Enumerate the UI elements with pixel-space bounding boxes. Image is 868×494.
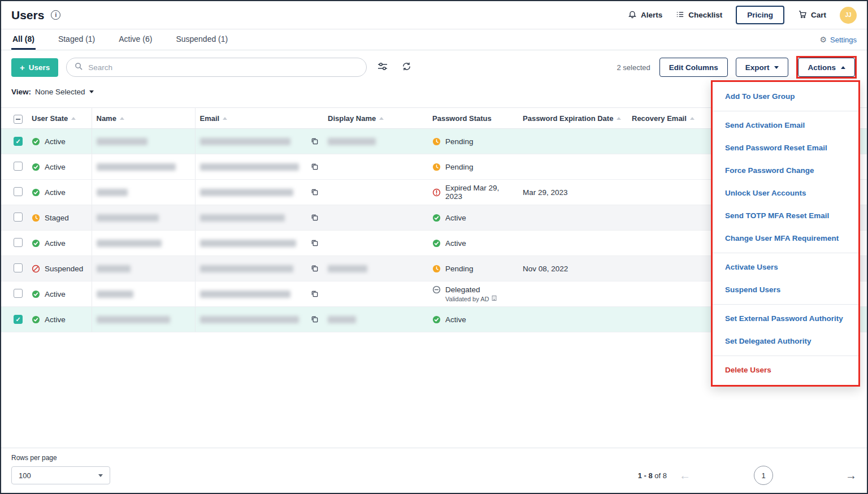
copy-icon[interactable]: [309, 288, 320, 300]
column-header-label: Name: [97, 114, 116, 123]
current-page-indicator[interactable]: 1: [754, 466, 773, 485]
add-users-button[interactable]: + Users: [11, 58, 58, 77]
redacted-email: [200, 240, 296, 247]
actions-menu-item[interactable]: Activate Users: [713, 256, 858, 279]
tab-all[interactable]: All (8): [11, 29, 36, 50]
actions-menu-item[interactable]: Send Password Reset Email: [713, 137, 858, 159]
redacted-name: [97, 291, 133, 298]
copy-icon[interactable]: [309, 212, 320, 223]
redacted-email: [200, 138, 290, 145]
actions-menu-item[interactable]: Set Delegated Authority: [713, 330, 858, 353]
rows-per-page-label: Rows per page: [11, 454, 857, 462]
chevron-down-icon: [98, 474, 103, 477]
active-state-icon: [32, 188, 40, 197]
refresh-icon: [402, 62, 411, 73]
column-header[interactable]: User State: [27, 108, 92, 129]
user-state-label: Active: [45, 315, 66, 324]
row-checkbox[interactable]: [14, 238, 23, 247]
row-checkbox[interactable]: [14, 137, 23, 146]
export-label: Export: [745, 63, 770, 72]
redacted-name: [97, 316, 170, 323]
rows-per-page-select[interactable]: 100: [11, 466, 110, 484]
row-checkbox[interactable]: [14, 289, 23, 298]
select-all-checkbox[interactable]: [14, 115, 23, 124]
row-checkbox[interactable]: [14, 213, 23, 222]
password-status-label: Active: [445, 239, 466, 248]
column-header[interactable]: Email: [195, 108, 304, 129]
checklist-button[interactable]: Checklist: [676, 10, 722, 20]
redacted-email: [200, 163, 299, 171]
actions-menu-item[interactable]: Send Activation Email: [713, 114, 858, 137]
column-header[interactable]: Name: [92, 108, 195, 129]
user-state-label: Suspended: [45, 265, 83, 273]
avatar[interactable]: JJ: [840, 7, 857, 24]
row-checkbox[interactable]: [14, 263, 23, 272]
info-icon[interactable]: i: [51, 10, 60, 20]
row-checkbox[interactable]: [14, 187, 23, 196]
next-page-button[interactable]: →: [845, 470, 857, 481]
active-state-icon: [32, 137, 40, 146]
refresh-button[interactable]: [398, 59, 414, 75]
redacted-email: [200, 265, 293, 272]
active-state-icon: [32, 315, 40, 324]
edit-columns-button[interactable]: Edit Columns: [659, 58, 728, 77]
filter-button[interactable]: [375, 59, 390, 75]
cart-button[interactable]: Cart: [798, 10, 826, 20]
tab-active[interactable]: Active (6): [118, 29, 153, 50]
export-button[interactable]: Export: [736, 58, 789, 77]
column-header-label: Recovery Email: [632, 114, 687, 123]
chevron-down-icon: [774, 66, 779, 69]
redacted-display-name: [328, 265, 367, 272]
actions-menu-item[interactable]: Add To User Group: [713, 85, 858, 108]
row-checkbox[interactable]: [14, 315, 23, 324]
column-header[interactable]: Password Status: [428, 108, 518, 129]
pricing-button[interactable]: Pricing: [736, 6, 784, 24]
password-status-label: Pending: [445, 265, 474, 273]
alerts-label: Alerts: [641, 11, 662, 19]
prev-page-button[interactable]: ←: [679, 470, 691, 481]
alerts-button[interactable]: Alerts: [628, 10, 662, 20]
user-state-label: Active: [45, 137, 66, 146]
checklist-label: Checklist: [688, 11, 722, 19]
tab-suspended[interactable]: Suspended (1): [175, 29, 229, 50]
password-status-label: Expired Mar 29, 2023: [445, 184, 514, 201]
redacted-email: [200, 316, 299, 323]
search-icon: [75, 62, 83, 73]
actions-menu-item[interactable]: Delete Users: [713, 359, 858, 382]
actions-menu-item[interactable]: Suspend Users: [713, 279, 858, 301]
actions-menu-annotation: Add To User GroupSend Activation EmailSe…: [711, 80, 860, 387]
active-status-icon: [432, 239, 441, 248]
actions-button[interactable]: Actions: [798, 58, 855, 77]
settings-link[interactable]: ⚙ Settings: [819, 35, 857, 44]
search-box[interactable]: [66, 58, 367, 77]
tab-staged[interactable]: Staged (1): [57, 29, 96, 50]
users-admin-page: Users i Alerts Checklist Pricing Cart JJ…: [1, 1, 867, 493]
menu-divider: [713, 253, 858, 253]
password-expiration-value: Nov 08, 2022: [518, 256, 627, 281]
copy-icon[interactable]: [309, 136, 320, 147]
copy-column-header: [304, 108, 323, 129]
copy-icon[interactable]: [309, 237, 320, 249]
rows-per-page-value: 100: [19, 471, 31, 480]
checklist-icon: [676, 10, 684, 20]
actions-menu-item[interactable]: Set External Password Authority: [713, 307, 858, 330]
copy-icon[interactable]: [309, 314, 320, 325]
password-status-label: Active: [445, 315, 466, 324]
copy-icon[interactable]: [309, 187, 320, 198]
actions-menu-item[interactable]: Force Password Change: [713, 159, 858, 182]
column-header[interactable]: Password Expiration Date: [518, 108, 627, 129]
chevron-down-icon[interactable]: [89, 90, 94, 93]
row-checkbox[interactable]: [14, 162, 23, 171]
actions-menu-item[interactable]: Change User MFA Requirement: [713, 227, 858, 250]
actions-menu-item[interactable]: Unlock User Accounts: [713, 182, 858, 205]
redacted-display-name: [328, 316, 356, 323]
view-value[interactable]: None Selected: [35, 88, 85, 96]
actions-menu-item[interactable]: Send TOTP MFA Reset Email: [713, 205, 858, 227]
actions-button-annotation: Actions: [796, 56, 857, 79]
copy-icon[interactable]: [309, 161, 320, 172]
search-input[interactable]: [88, 63, 358, 72]
pending-status-icon: [432, 163, 441, 171]
column-header[interactable]: Display Name: [323, 108, 428, 129]
password-expiration-value: [518, 281, 627, 307]
copy-icon[interactable]: [309, 263, 320, 274]
